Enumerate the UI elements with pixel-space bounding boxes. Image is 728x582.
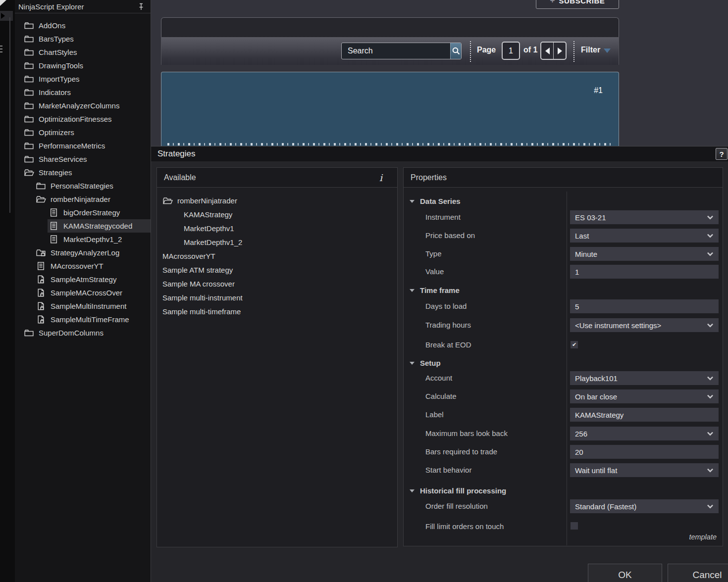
- sidebar-item-performancemetrics[interactable]: PerformanceMetrics: [15, 139, 151, 152]
- property-label: Break at EOD: [425, 338, 471, 352]
- sidebar-item-optimizers[interactable]: Optimizers: [15, 126, 151, 139]
- sidebar-item-label: SampleAtmStrategy: [51, 275, 116, 284]
- sidebar-item-strategyanalyzerlog[interactable]: StrategyAnalyzerLog: [15, 246, 151, 259]
- filter-label[interactable]: Filter: [581, 46, 600, 54]
- calculate-dropdown[interactable]: On bar close: [570, 389, 719, 403]
- sidebar-item-romberninjatrader[interactable]: romberNinjatrader: [15, 193, 151, 206]
- available-item-sample-multi-instrument[interactable]: Sample multi-instrument: [157, 291, 397, 304]
- sidebar-title: NinjaScript Explorer: [18, 2, 84, 11]
- days-to-load-input[interactable]: 5: [570, 299, 719, 313]
- filter-dropdown-caret-icon[interactable]: [604, 48, 611, 53]
- search-input[interactable]: [342, 43, 450, 59]
- available-item-sample-ma-crossover[interactable]: Sample MA crossover: [157, 277, 397, 291]
- fill-limit-orders-on-touch-checkbox[interactable]: [571, 522, 578, 530]
- available-item-kamastrategy[interactable]: KAMAStrategy: [157, 207, 397, 221]
- sidebar-item-marketdepthv1-2[interactable]: MarketDepthv1_2: [15, 233, 151, 246]
- next-page-button[interactable]: [554, 43, 566, 59]
- page-nav: [540, 42, 567, 60]
- collapse-caret-icon: [410, 489, 415, 492]
- sidebar-item-addons[interactable]: AddOns: [15, 19, 151, 32]
- label-input[interactable]: KAMAStrategy: [570, 408, 719, 422]
- property-label: Value: [425, 265, 444, 279]
- help-button[interactable]: ?: [716, 148, 728, 160]
- group-historical-fill-processing[interactable]: Historical fill processing: [410, 486, 506, 495]
- value-input[interactable]: 1: [570, 265, 719, 279]
- available-item-macrossoveryt[interactable]: MAcrossoverYT: [157, 249, 397, 263]
- sidebar-item-strategies[interactable]: Strategies: [15, 166, 151, 179]
- instrument-dropdown[interactable]: ES 03-21: [570, 210, 719, 224]
- maximum-bars-look-back-dropdown[interactable]: 256: [570, 427, 719, 440]
- strategy-preview-card[interactable]: #1: [161, 72, 619, 146]
- folder-icon: [24, 142, 34, 150]
- folder-icon: [24, 115, 34, 123]
- available-panel: Available i romberNinjatrader KAMAStrate…: [156, 167, 398, 547]
- available-item-label: MAcrossoverYT: [162, 252, 215, 260]
- group-time-frame[interactable]: Time frame: [410, 286, 460, 294]
- cancel-button[interactable]: Cancel: [668, 564, 728, 582]
- sidebar-item-chartstyles[interactable]: ChartStyles: [15, 46, 151, 59]
- ok-button[interactable]: OK: [588, 564, 662, 582]
- dropdown-value: Last: [575, 232, 589, 240]
- page-number-input[interactable]: [502, 42, 520, 60]
- available-item-sample-multi-timeframe[interactable]: Sample multi-timeframe: [157, 304, 397, 318]
- page-label: Page: [477, 46, 496, 54]
- sidebar-item-superdomcolumns[interactable]: SuperDomColumns: [15, 326, 151, 340]
- dialog-titlebar[interactable]: Strategies: [151, 146, 728, 161]
- available-item-romberninjatrader[interactable]: romberNinjatrader: [157, 194, 397, 207]
- order-fill-resolution-dropdown[interactable]: Standard (Fastest): [570, 499, 719, 513]
- sidebar-item-label: MarketAnalyzerColumns: [39, 101, 119, 110]
- folder-icon: [24, 101, 34, 110]
- sidebar-item-barstypes[interactable]: BarsTypes: [15, 32, 151, 46]
- search-field: [341, 43, 462, 59]
- search-button[interactable]: [450, 43, 461, 59]
- sidebar-item-marketanalyzercolumns[interactable]: MarketAnalyzerColumns: [15, 99, 151, 112]
- pin-icon[interactable]: [138, 2, 145, 11]
- sidebar-item-macrossoveryt[interactable]: MAcrossoverYT: [15, 259, 151, 273]
- start-behavior-dropdown[interactable]: Wait until flat: [570, 463, 719, 477]
- sidebar-item-label: Indicators: [39, 88, 71, 97]
- sidebar-item-samplemultitimeframe[interactable]: SampleMultiTimeFrame: [15, 313, 151, 326]
- dropdown-value: Standard (Fastest): [575, 502, 636, 511]
- sidebar-item-label: MAcrossoverYT: [51, 262, 104, 270]
- property-label: Start behavior: [425, 463, 471, 477]
- subscribe-button[interactable]: + SUBSCRIBE: [536, 0, 619, 9]
- info-icon[interactable]: i: [379, 172, 390, 183]
- sidebar-item-personalstrategies[interactable]: PersonalStrategies: [15, 179, 151, 193]
- folder-open-icon: [36, 195, 46, 203]
- sidebar-titlebar: NinjaScript Explorer: [15, 0, 151, 13]
- collapse-arrow-icon: [0, 11, 13, 21]
- sidebar-item-kamastrategycoded[interactable]: KAMAStrategycoded: [15, 219, 151, 233]
- clipped-text-line: [167, 143, 613, 146]
- group-setup[interactable]: Setup: [410, 359, 441, 367]
- sidebar-item-bigorderstrategy[interactable]: bigOrderStrategy: [15, 206, 151, 219]
- group-data-series[interactable]: Data Series: [410, 197, 461, 205]
- bars-required-to-trade-input[interactable]: 20: [570, 445, 719, 459]
- trading-hours-dropdown[interactable]: <Use instrument settings>: [570, 318, 719, 332]
- available-item-marketdepthv1-2[interactable]: MarketDepthv1_2: [157, 235, 397, 249]
- account-dropdown[interactable]: Playback101: [570, 371, 719, 385]
- break-at-eod-checkbox[interactable]: [571, 341, 578, 348]
- column-divider: [567, 192, 567, 545]
- sidebar-item-optimizationfitnesses[interactable]: OptimizationFitnesses: [15, 112, 151, 126]
- available-list: romberNinjatrader KAMAStrategy MarketDep…: [157, 194, 397, 318]
- folder-icon: [24, 88, 34, 97]
- explorer-tree: AddOns BarsTypes ChartStyles DrawingTool…: [15, 19, 151, 340]
- sidebar-item-samplemultiinstrument[interactable]: SampleMultiInstrument: [15, 299, 151, 313]
- sidebar-item-indicators[interactable]: Indicators: [15, 86, 151, 99]
- sidebar-item-sampleatmstrategy[interactable]: SampleAtmStrategy: [15, 273, 151, 286]
- chevron-down-icon: [707, 376, 714, 381]
- available-item-sample-atm-strategy[interactable]: Sample ATM strategy: [157, 263, 397, 277]
- subscribe-label: SUBSCRIBE: [559, 0, 605, 5]
- document-icon: [49, 208, 59, 217]
- sidebar-item-drawingtools[interactable]: DrawingTools: [15, 59, 151, 72]
- sidebar-item-importtypes[interactable]: ImportTypes: [15, 72, 151, 86]
- property-label: Bars required to trade: [425, 445, 497, 459]
- available-item-marketdepthv1[interactable]: MarketDepthv1: [157, 221, 397, 235]
- price-based-on-dropdown[interactable]: Last: [570, 229, 719, 242]
- scrollbar-track[interactable]: [9, 17, 10, 213]
- sidebar-item-shareservices[interactable]: ShareServices: [15, 152, 151, 166]
- sidebar-item-samplemacrossover[interactable]: SampleMACrossOver: [15, 286, 151, 299]
- type-dropdown[interactable]: Minute: [570, 247, 719, 261]
- available-item-label: MarketDepthv1: [184, 224, 234, 233]
- prev-page-button[interactable]: [541, 43, 554, 59]
